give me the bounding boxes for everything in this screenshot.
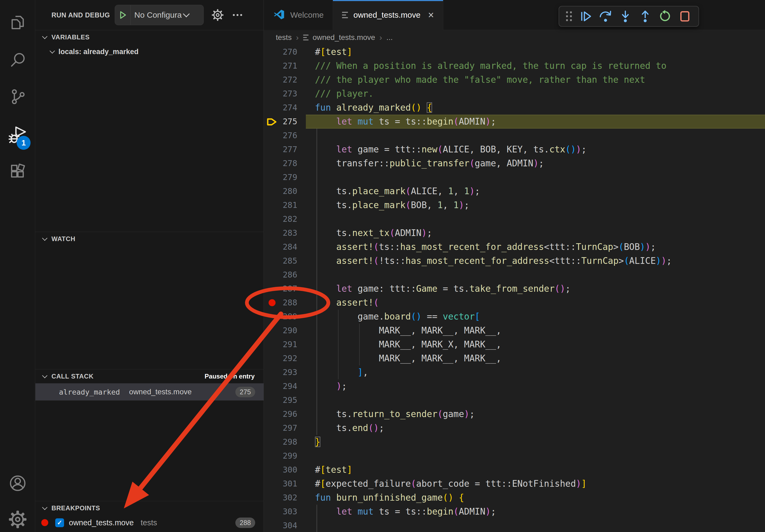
code-line[interactable]: 273/// player. xyxy=(264,87,765,101)
line-number[interactable]: 298 xyxy=(264,435,297,449)
code-line[interactable]: 299 xyxy=(264,449,765,463)
code-line[interactable]: 293 ], xyxy=(264,366,765,379)
code-line[interactable]: 276 xyxy=(264,129,765,142)
code-line[interactable]: 283 ts.next_tx(ADMIN); xyxy=(264,226,765,240)
restart-button[interactable] xyxy=(656,8,674,25)
stop-button[interactable] xyxy=(675,8,694,25)
line-number[interactable]: 276 xyxy=(264,129,297,142)
code-line[interactable]: 277 let game = ttt::new(ALICE, BOB, KEY,… xyxy=(264,142,765,156)
line-number[interactable]: 281 xyxy=(264,198,297,212)
line-number[interactable]: 300 xyxy=(264,463,297,477)
line-number[interactable]: 289 xyxy=(264,310,297,324)
code-line[interactable]: 292 MARK__, MARK__, MARK__, xyxy=(264,352,765,366)
breakpoints-section-header[interactable]: BREAKPOINTS xyxy=(35,501,264,515)
step-over-button[interactable] xyxy=(596,8,615,25)
line-number[interactable]: 287 xyxy=(264,282,297,296)
code-line[interactable]: 271/// When a position is already marked… xyxy=(264,59,765,73)
accounts-button[interactable] xyxy=(0,470,35,497)
code-line[interactable]: 289 game.board() == vector[ xyxy=(264,310,765,324)
code-line[interactable]: 304 xyxy=(264,519,765,532)
sidebar-item-extensions[interactable] xyxy=(0,159,35,186)
call-stack-frame[interactable]: already_marked owned_tests.move 275 xyxy=(35,383,264,400)
code-line[interactable]: 274fun already_marked() { xyxy=(264,101,765,115)
line-number[interactable]: 277 xyxy=(264,142,297,156)
line-number[interactable]: 284 xyxy=(264,240,297,254)
code-line[interactable]: 298} xyxy=(264,435,765,449)
call-stack-section-header[interactable]: CALL STACK Paused on entry xyxy=(35,370,264,383)
line-number[interactable]: 283 xyxy=(264,226,297,240)
code-line[interactable]: 294 ); xyxy=(264,379,765,393)
step-out-button[interactable] xyxy=(636,8,655,25)
step-into-button[interactable] xyxy=(616,8,635,25)
code-line[interactable]: 275 let mut ts = ts::begin(ADMIN); xyxy=(264,115,765,129)
continue-button[interactable] xyxy=(576,8,595,25)
line-number[interactable]: 299 xyxy=(264,449,297,463)
code-line[interactable]: 282 xyxy=(264,212,765,226)
line-number[interactable]: 296 xyxy=(264,407,297,421)
line-number[interactable]: 278 xyxy=(264,156,297,170)
line-number[interactable]: 275 xyxy=(264,115,297,129)
line-number[interactable]: 285 xyxy=(264,254,297,268)
line-number[interactable]: 301 xyxy=(264,477,297,491)
breakpoint-list-item[interactable]: ✓ owned_tests.move tests 288 xyxy=(35,515,264,530)
line-number[interactable]: 302 xyxy=(264,491,297,505)
line-number[interactable]: 292 xyxy=(264,352,297,366)
code-line[interactable]: 295 xyxy=(264,393,765,407)
line-number[interactable]: 282 xyxy=(264,212,297,226)
code-line[interactable]: 288 assert!( xyxy=(264,296,765,310)
line-number[interactable]: 273 xyxy=(264,87,297,101)
code-line[interactable]: 278 transfer::public_transfer(game, ADMI… xyxy=(264,156,765,170)
code-line[interactable]: 300#[test] xyxy=(264,463,765,477)
tab-welcome[interactable]: Welcome xyxy=(264,0,333,30)
code-area[interactable]: 270#[test]271/// When a position is alre… xyxy=(264,45,765,532)
variables-section-header[interactable]: VARIABLES xyxy=(35,30,264,44)
sidebar-item-run-and-debug[interactable]: 1 xyxy=(0,122,35,149)
code-line[interactable]: 280 ts.place_mark(ALICE, 1, 1); xyxy=(264,184,765,198)
toolbar-drag-grip[interactable] xyxy=(563,8,575,25)
line-number[interactable]: 288 xyxy=(264,296,297,310)
line-number[interactable]: 295 xyxy=(264,393,297,407)
code-line[interactable]: 290 MARK__, MARK__, MARK__, xyxy=(264,324,765,338)
code-line[interactable]: 302fun burn_unfinished_game() { xyxy=(264,491,765,505)
code-line[interactable]: 291 MARK__, MARK_X, MARK__, xyxy=(264,338,765,352)
debug-config-dropdown[interactable]: No Configura xyxy=(115,5,204,25)
code-line[interactable]: 281 ts.place_mark(BOB, 1, 1); xyxy=(264,198,765,212)
line-number[interactable]: 286 xyxy=(264,268,297,282)
code-line[interactable]: 270#[test] xyxy=(264,45,765,59)
line-number[interactable]: 272 xyxy=(264,73,297,87)
debug-settings-gear-button[interactable] xyxy=(211,9,224,21)
close-icon[interactable]: × xyxy=(428,10,434,20)
settings-button[interactable] xyxy=(0,507,35,532)
line-number[interactable]: 303 xyxy=(264,505,297,519)
breadcrumb-item-symbol[interactable]: ... xyxy=(386,33,393,42)
sidebar-item-search[interactable] xyxy=(0,47,35,74)
views-more-button[interactable] xyxy=(232,9,243,21)
code-line[interactable]: 285 assert!(!ts::has_most_recent_for_add… xyxy=(264,254,765,268)
line-number[interactable]: 279 xyxy=(264,170,297,184)
line-number[interactable]: 304 xyxy=(264,519,297,532)
code-line[interactable]: 297 ts.end(); xyxy=(264,421,765,435)
code-line[interactable]: 286 xyxy=(264,268,765,282)
line-number[interactable]: 297 xyxy=(264,421,297,435)
watch-section-header[interactable]: WATCH xyxy=(35,232,264,246)
code-line[interactable]: 279 xyxy=(264,170,765,184)
sidebar-item-explorer[interactable] xyxy=(0,10,35,36)
breadcrumb-item-file[interactable]: owned_tests.move xyxy=(313,33,375,42)
line-number[interactable]: 293 xyxy=(264,366,297,379)
sidebar-item-source-control[interactable] xyxy=(0,84,35,111)
code-line[interactable]: 296 ts.return_to_sender(game); xyxy=(264,407,765,421)
code-line[interactable]: 301#[expected_failure(abort_code = ttt::… xyxy=(264,477,765,491)
variables-scope-locals[interactable]: locals: already_marked xyxy=(35,44,264,59)
code-line[interactable]: 303 let mut ts = ts::begin(ADMIN); xyxy=(264,505,765,519)
code-line[interactable]: 272/// the player who made the "false" m… xyxy=(264,73,765,87)
start-debugging-button[interactable] xyxy=(115,5,131,25)
code-line[interactable]: 284 assert!(ts::has_most_recent_for_addr… xyxy=(264,240,765,254)
line-number[interactable]: 294 xyxy=(264,379,297,393)
breadcrumb-item-tests[interactable]: tests xyxy=(276,33,292,42)
code-line[interactable]: 287 let game: ttt::Game = ts.take_from_s… xyxy=(264,282,765,296)
line-number[interactable]: 280 xyxy=(264,184,297,198)
tab-owned-tests-move[interactable]: owned_tests.move × xyxy=(333,0,443,30)
line-number[interactable]: 291 xyxy=(264,338,297,352)
line-number[interactable]: 270 xyxy=(264,45,297,59)
line-number[interactable]: 274 xyxy=(264,101,297,115)
